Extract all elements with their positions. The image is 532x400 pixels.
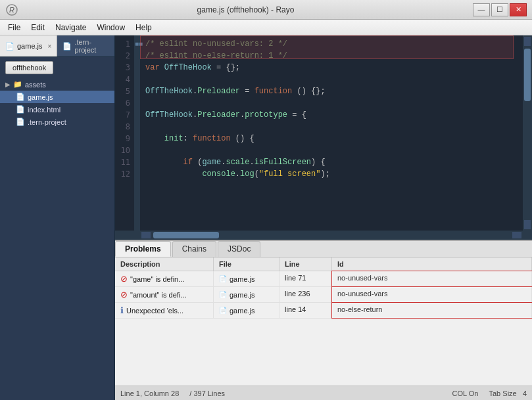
menu-bar: File Edit Navigate Window Help [0, 20, 532, 35]
window-title: game.js (offthehook) - Rayo [18, 5, 473, 14]
line-num-12: 12 [115, 168, 130, 180]
status-col-on: COL On [452, 389, 479, 397]
menu-help[interactable]: Help [130, 22, 157, 33]
tree-tern-project[interactable]: 📄 .tern-project [0, 116, 114, 128]
tab-label-game-js: game.js [17, 42, 43, 50]
folder-icon-assets: 📁 [13, 80, 22, 89]
status-total: / 397 Lines [189, 389, 225, 397]
tree-game-js[interactable]: 📄 game.js [0, 91, 114, 103]
code-line-8 [145, 121, 518, 133]
line-num-11: 11 [115, 156, 130, 168]
code-line-1: /* eslint no-unused-vars: 2 */ [145, 38, 518, 50]
sidebar: 📄 game.js × 📄 .tern-project offthehook ▶… [0, 35, 115, 400]
svg-text:R: R [9, 6, 14, 14]
editor-area: 1 2 3 4 5 6 7 8 9 10 11 12 [115, 35, 532, 400]
td-id-2: no-unused-vars [332, 287, 532, 302]
table-row[interactable]: ⊘ "game" is defin... 📄 game.js line 71 n… [115, 271, 532, 287]
maximize-button[interactable]: ☐ [491, 3, 508, 16]
tab-close-game-js[interactable]: × [48, 43, 52, 50]
problems-table: Description File Line Id ⊘ "game" is def… [115, 257, 532, 386]
horizontal-scroll-area [115, 231, 532, 240]
table-row[interactable]: ⊘ "amount" is defi... 📄 game.js line 236… [115, 287, 532, 303]
horizontal-scrollbar[interactable] [140, 231, 523, 240]
line-num-7: 7 [115, 109, 130, 121]
code-content[interactable]: /* eslint no-unused-vars: 2 */ /* eslint… [140, 35, 523, 231]
status-position: Line 1, Column 28 [120, 389, 179, 397]
td-line-1: line 71 [279, 271, 332, 286]
scrollbar-thumb-v[interactable] [524, 49, 531, 101]
tab-jsdoc[interactable]: JSDoc [218, 241, 260, 257]
gutter: ■ ■ [135, 35, 140, 231]
td-desc-text-3: Unexpected 'els... [126, 307, 183, 315]
line-num-9: 9 [115, 133, 130, 144]
window-controls: — ☐ ✕ [473, 3, 527, 16]
vertical-scrollbar[interactable] [523, 35, 532, 231]
td-id-3: no-else-return [332, 303, 532, 318]
td-desc-3: ℹ Unexpected 'els... [115, 303, 214, 318]
tree-index-html[interactable]: 📄 index.html [0, 103, 114, 116]
tern-icon: 📄 [62, 42, 72, 51]
th-id: Id [332, 257, 532, 271]
table-header: Description File Line Id [115, 257, 532, 271]
file-icon-js: 📄 [5, 42, 14, 51]
tree-assets-folder[interactable]: ▶ 📁 assets [0, 78, 114, 91]
close-button[interactable]: ✕ [510, 3, 527, 16]
code-line-2: /* eslint no-else-return: 1 */ [145, 50, 518, 62]
title-bar: R game.js (offthehook) - Rayo — ☐ ✕ [0, 0, 532, 20]
code-line-4 [145, 74, 518, 85]
code-line-7: OffTheHook.Preloader.prototype = { [145, 109, 518, 121]
tab-size-label: Tab Size [489, 389, 517, 397]
error-icon-1: ⊘ [120, 274, 128, 284]
tab-problems[interactable]: Problems [115, 241, 171, 257]
line-num-3: 3 [115, 62, 130, 74]
tab-chains[interactable]: Chains [172, 241, 216, 257]
th-description: Description [115, 257, 214, 271]
menu-window[interactable]: Window [91, 22, 130, 33]
menu-file[interactable]: File [3, 22, 26, 33]
app-icon: R [5, 3, 18, 16]
file-label-tern-tree: .tern-project [28, 118, 66, 126]
status-bar: Line 1, Column 28 / 397 Lines COL On Tab… [115, 386, 532, 400]
file-sm-icon-3: 📄 [219, 307, 227, 314]
td-desc-text-2: "amount" is defi... [130, 291, 186, 299]
menu-navigate[interactable]: Navigate [50, 22, 91, 33]
td-id-1: no-unused-vars [332, 271, 532, 286]
tab-tern-project[interactable]: 📄 .tern-project [57, 35, 114, 56]
td-file-2: 📄 game.js [214, 287, 279, 302]
scrollbar-thumb-h[interactable] [153, 232, 219, 238]
table-row[interactable]: ℹ Unexpected 'els... 📄 game.js line 14 n… [115, 303, 532, 319]
line-num-1: 1 [115, 38, 130, 50]
line-num-4: 4 [115, 74, 130, 85]
status-tab-size: Tab Size 4 [489, 389, 527, 397]
offthehook-button[interactable]: offthehook [5, 61, 53, 74]
td-file-text-1: game.js [230, 275, 255, 283]
td-line-2: line 236 [279, 287, 332, 302]
tab-game-js[interactable]: 📄 game.js × [0, 35, 57, 56]
code-line-9: init: function () { [145, 133, 518, 144]
file-icon-index-html: 📄 [16, 105, 25, 114]
file-label-game-js: game.js [28, 93, 53, 101]
status-right: COL On Tab Size 4 [452, 389, 527, 397]
bottom-tabs: Problems Chains JSDoc [115, 241, 532, 257]
code-line-10 [145, 144, 518, 156]
td-line-3: line 14 [279, 303, 332, 318]
code-line-12: console.log("full screen"); [145, 168, 518, 180]
td-desc-2: ⊘ "amount" is defi... [115, 287, 214, 302]
file-sm-icon-1: 📄 [219, 275, 227, 282]
td-file-3: 📄 game.js [214, 303, 279, 318]
code-editor[interactable]: 1 2 3 4 5 6 7 8 9 10 11 12 [115, 35, 532, 241]
td-file-text-3: game.js [230, 307, 255, 315]
error-icon-2: ⊘ [120, 290, 128, 300]
code-lines: 1 2 3 4 5 6 7 8 9 10 11 12 [115, 35, 532, 231]
line-num-2: 2 [115, 50, 130, 62]
main-container: 📄 game.js × 📄 .tern-project offthehook ▶… [0, 35, 532, 400]
minimize-button[interactable]: — [473, 3, 490, 16]
tab-label-tern: .tern-project [74, 38, 109, 54]
line-num-8: 8 [115, 121, 130, 133]
line-num-5: 5 [115, 85, 130, 97]
th-line: Line [279, 257, 332, 271]
menu-edit[interactable]: Edit [26, 22, 50, 33]
td-desc-text-1: "game" is defin... [130, 275, 184, 283]
line-num-6: 6 [115, 97, 130, 109]
file-icon-tern-tree: 📄 [16, 118, 25, 126]
